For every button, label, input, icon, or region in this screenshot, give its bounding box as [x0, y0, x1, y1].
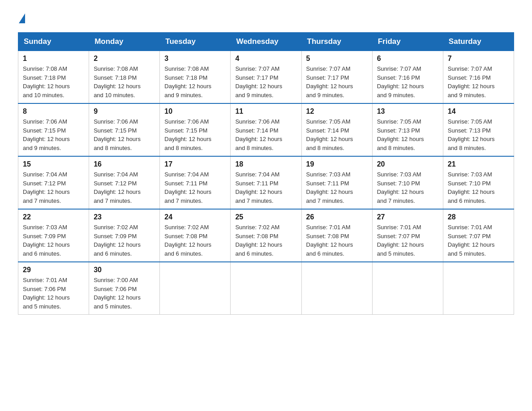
- day-number: 24: [164, 213, 226, 221]
- day-info: Sunrise: 7:01 AMSunset: 7:08 PMDaylight:…: [306, 223, 368, 258]
- calendar-cell: 10Sunrise: 7:06 AMSunset: 7:15 PMDayligh…: [160, 103, 231, 156]
- day-info: Sunrise: 7:08 AMSunset: 7:18 PMDaylight:…: [23, 64, 84, 99]
- day-number: 16: [94, 160, 155, 168]
- calendar-cell: 7Sunrise: 7:07 AMSunset: 7:16 PMDaylight…: [443, 51, 514, 104]
- day-info: Sunrise: 7:05 AMSunset: 7:14 PMDaylight:…: [306, 117, 368, 152]
- calendar-cell: 27Sunrise: 7:01 AMSunset: 7:07 PMDayligh…: [372, 209, 443, 262]
- day-info: Sunrise: 7:00 AMSunset: 7:06 PMDaylight:…: [94, 276, 155, 311]
- day-info: Sunrise: 7:02 AMSunset: 7:08 PMDaylight:…: [164, 223, 226, 258]
- day-number: 8: [23, 107, 84, 116]
- calendar-week-row-1: 1Sunrise: 7:08 AMSunset: 7:18 PMDaylight…: [18, 51, 514, 104]
- day-number: 10: [164, 107, 226, 116]
- calendar-week-row-4: 22Sunrise: 7:03 AMSunset: 7:09 PMDayligh…: [18, 209, 514, 262]
- day-number: 15: [23, 160, 84, 168]
- calendar-cell: 21Sunrise: 7:03 AMSunset: 7:10 PMDayligh…: [443, 156, 514, 209]
- day-info: Sunrise: 7:03 AMSunset: 7:11 PMDaylight:…: [306, 170, 368, 205]
- day-number: 19: [306, 160, 368, 168]
- day-number: 14: [448, 107, 509, 116]
- calendar-table: SundayMondayTuesdayWednesdayThursdayFrid…: [18, 32, 514, 315]
- weekday-header-row: SundayMondayTuesdayWednesdayThursdayFrid…: [18, 33, 514, 51]
- day-number: 21: [448, 160, 509, 168]
- weekday-header-tuesday: Tuesday: [160, 33, 231, 51]
- weekday-header-thursday: Thursday: [301, 33, 372, 51]
- calendar-cell: 29Sunrise: 7:01 AMSunset: 7:06 PMDayligh…: [18, 262, 89, 315]
- calendar-cell: [443, 262, 514, 315]
- calendar-cell: 26Sunrise: 7:01 AMSunset: 7:08 PMDayligh…: [301, 209, 372, 262]
- weekday-header-sunday: Sunday: [18, 33, 89, 51]
- day-info: Sunrise: 7:07 AMSunset: 7:17 PMDaylight:…: [235, 64, 296, 99]
- day-number: 22: [23, 213, 84, 221]
- day-info: Sunrise: 7:06 AMSunset: 7:15 PMDaylight:…: [23, 117, 84, 152]
- calendar-cell: [160, 262, 231, 315]
- day-info: Sunrise: 7:05 AMSunset: 7:13 PMDaylight:…: [448, 117, 509, 152]
- calendar-cell: 11Sunrise: 7:06 AMSunset: 7:14 PMDayligh…: [231, 103, 301, 156]
- day-info: Sunrise: 7:07 AMSunset: 7:16 PMDaylight:…: [448, 64, 509, 99]
- calendar-cell: 12Sunrise: 7:05 AMSunset: 7:14 PMDayligh…: [301, 103, 372, 156]
- day-info: Sunrise: 7:01 AMSunset: 7:06 PMDaylight:…: [23, 276, 84, 311]
- calendar-cell: 6Sunrise: 7:07 AMSunset: 7:16 PMDaylight…: [372, 51, 443, 104]
- logo: [18, 13, 26, 23]
- calendar-cell: [231, 262, 301, 315]
- calendar-cell: 9Sunrise: 7:06 AMSunset: 7:15 PMDaylight…: [89, 103, 160, 156]
- day-info: Sunrise: 7:06 AMSunset: 7:15 PMDaylight:…: [94, 117, 155, 152]
- day-number: 4: [235, 55, 296, 63]
- calendar-cell: 23Sunrise: 7:02 AMSunset: 7:09 PMDayligh…: [89, 209, 160, 262]
- day-number: 30: [94, 266, 155, 274]
- day-info: Sunrise: 7:04 AMSunset: 7:12 PMDaylight:…: [94, 170, 155, 205]
- day-number: 12: [306, 107, 368, 116]
- calendar-cell: [372, 262, 443, 315]
- page-header: [18, 13, 514, 23]
- day-info: Sunrise: 7:02 AMSunset: 7:08 PMDaylight:…: [235, 223, 296, 258]
- day-number: 3: [164, 55, 226, 63]
- calendar-cell: 15Sunrise: 7:04 AMSunset: 7:12 PMDayligh…: [18, 156, 89, 209]
- calendar-cell: 24Sunrise: 7:02 AMSunset: 7:08 PMDayligh…: [160, 209, 231, 262]
- day-info: Sunrise: 7:04 AMSunset: 7:11 PMDaylight:…: [164, 170, 226, 205]
- day-info: Sunrise: 7:04 AMSunset: 7:12 PMDaylight:…: [23, 170, 84, 205]
- day-info: Sunrise: 7:04 AMSunset: 7:11 PMDaylight:…: [235, 170, 296, 205]
- weekday-header-saturday: Saturday: [443, 33, 514, 51]
- day-number: 28: [448, 213, 509, 221]
- day-info: Sunrise: 7:08 AMSunset: 7:18 PMDaylight:…: [164, 64, 226, 99]
- day-info: Sunrise: 7:06 AMSunset: 7:14 PMDaylight:…: [235, 117, 296, 152]
- day-number: 25: [235, 213, 296, 221]
- weekday-header-monday: Monday: [89, 33, 160, 51]
- day-info: Sunrise: 7:02 AMSunset: 7:09 PMDaylight:…: [94, 223, 155, 258]
- day-number: 1: [23, 55, 84, 63]
- calendar-week-row-2: 8Sunrise: 7:06 AMSunset: 7:15 PMDaylight…: [18, 103, 514, 156]
- calendar-cell: 20Sunrise: 7:03 AMSunset: 7:10 PMDayligh…: [372, 156, 443, 209]
- day-number: 13: [377, 107, 438, 116]
- day-info: Sunrise: 7:08 AMSunset: 7:18 PMDaylight:…: [94, 64, 155, 99]
- day-info: Sunrise: 7:05 AMSunset: 7:13 PMDaylight:…: [377, 117, 438, 152]
- day-number: 29: [23, 266, 84, 274]
- calendar-cell: 30Sunrise: 7:00 AMSunset: 7:06 PMDayligh…: [89, 262, 160, 315]
- day-number: 18: [235, 160, 296, 168]
- day-number: 7: [448, 55, 509, 63]
- calendar-cell: 17Sunrise: 7:04 AMSunset: 7:11 PMDayligh…: [160, 156, 231, 209]
- calendar-cell: 14Sunrise: 7:05 AMSunset: 7:13 PMDayligh…: [443, 103, 514, 156]
- calendar-cell: 3Sunrise: 7:08 AMSunset: 7:18 PMDaylight…: [160, 51, 231, 104]
- day-number: 17: [164, 160, 226, 168]
- weekday-header-friday: Friday: [372, 33, 443, 51]
- calendar-cell: 5Sunrise: 7:07 AMSunset: 7:17 PMDaylight…: [301, 51, 372, 104]
- calendar-cell: 2Sunrise: 7:08 AMSunset: 7:18 PMDaylight…: [89, 51, 160, 104]
- day-number: 9: [94, 107, 155, 116]
- calendar-week-row-5: 29Sunrise: 7:01 AMSunset: 7:06 PMDayligh…: [18, 262, 514, 315]
- day-info: Sunrise: 7:03 AMSunset: 7:09 PMDaylight:…: [23, 223, 84, 258]
- day-number: 20: [377, 160, 438, 168]
- day-number: 6: [377, 55, 438, 63]
- weekday-header-wednesday: Wednesday: [231, 33, 301, 51]
- calendar-cell: 13Sunrise: 7:05 AMSunset: 7:13 PMDayligh…: [372, 103, 443, 156]
- day-info: Sunrise: 7:03 AMSunset: 7:10 PMDaylight:…: [448, 170, 509, 205]
- day-number: 11: [235, 107, 296, 116]
- day-info: Sunrise: 7:07 AMSunset: 7:16 PMDaylight:…: [377, 64, 438, 99]
- day-info: Sunrise: 7:01 AMSunset: 7:07 PMDaylight:…: [377, 223, 438, 258]
- day-info: Sunrise: 7:07 AMSunset: 7:17 PMDaylight:…: [306, 64, 368, 99]
- calendar-cell: 28Sunrise: 7:01 AMSunset: 7:07 PMDayligh…: [443, 209, 514, 262]
- day-info: Sunrise: 7:01 AMSunset: 7:07 PMDaylight:…: [448, 223, 509, 258]
- calendar-cell: 25Sunrise: 7:02 AMSunset: 7:08 PMDayligh…: [231, 209, 301, 262]
- calendar-cell: 22Sunrise: 7:03 AMSunset: 7:09 PMDayligh…: [18, 209, 89, 262]
- day-number: 23: [94, 213, 155, 221]
- logo-triangle-icon: [19, 13, 25, 23]
- calendar-cell: 8Sunrise: 7:06 AMSunset: 7:15 PMDaylight…: [18, 103, 89, 156]
- calendar-cell: 19Sunrise: 7:03 AMSunset: 7:11 PMDayligh…: [301, 156, 372, 209]
